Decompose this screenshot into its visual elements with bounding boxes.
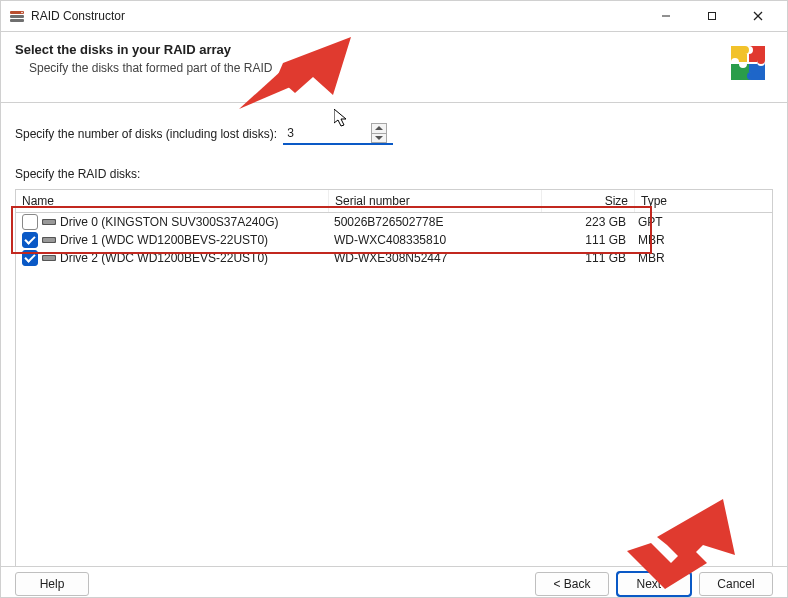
disk-size: 111 GB (540, 233, 632, 247)
svg-marker-8 (375, 126, 383, 130)
col-size[interactable]: Size (542, 190, 635, 212)
disk-type: MBR (632, 233, 704, 247)
disk-icon (42, 217, 56, 227)
svg-point-3 (21, 12, 23, 14)
next-button[interactable]: Next > (617, 572, 691, 596)
window-controls (643, 1, 781, 31)
disk-checkbox[interactable] (22, 250, 38, 266)
help-button[interactable]: Help (15, 572, 89, 596)
page-subtitle: Specify the disks that formed part of th… (29, 61, 725, 75)
num-disks-label: Specify the number of disks (including l… (15, 127, 277, 141)
svg-rect-11 (43, 220, 55, 224)
disk-name: Drive 2 (WDC WD1200BEVS-22UST0) (60, 251, 268, 265)
raid-disks-table: Name Serial number Size Type Drive 0 (KI… (15, 189, 773, 591)
col-name[interactable]: Name (16, 190, 329, 212)
wizard-body: Specify the number of disks (including l… (1, 103, 787, 591)
svg-rect-15 (43, 256, 55, 260)
table-row[interactable]: Drive 0 (KINGSTON SUV300S37A240G)50026B7… (16, 213, 772, 231)
svg-rect-2 (10, 19, 24, 22)
table-row[interactable]: Drive 2 (WDC WD1200BEVS-22UST0)WD-WXE308… (16, 249, 772, 267)
close-button[interactable] (735, 1, 781, 31)
disk-icon (42, 253, 56, 263)
num-disks-input[interactable] (283, 124, 371, 142)
page-title: Select the disks in your RAID array (15, 42, 725, 57)
raid-disks-label: Specify the RAID disks: (15, 167, 773, 181)
maximize-button[interactable] (689, 1, 735, 31)
wizard-footer: Help < Back Next > Cancel (1, 566, 787, 597)
table-header: Name Serial number Size Type (16, 190, 772, 213)
app-icon (9, 8, 25, 24)
minimize-button[interactable] (643, 1, 689, 31)
table-body: Drive 0 (KINGSTON SUV300S37A240G)50026B7… (16, 213, 772, 267)
svg-rect-13 (43, 238, 55, 242)
disk-size: 223 GB (540, 215, 632, 229)
col-serial[interactable]: Serial number (329, 190, 542, 212)
spinner-up-button[interactable] (372, 124, 386, 134)
svg-rect-1 (10, 15, 24, 18)
disk-icon (42, 235, 56, 245)
spinner-buttons[interactable] (371, 123, 387, 143)
cancel-button[interactable]: Cancel (699, 572, 773, 596)
back-button[interactable]: < Back (535, 572, 609, 596)
disk-size: 111 GB (540, 251, 632, 265)
disk-serial: WD-WXE308N52447 (328, 251, 540, 265)
wizard-header: Select the disks in your RAID array Spec… (1, 32, 787, 103)
disk-type: GPT (632, 215, 704, 229)
num-disks-row: Specify the number of disks (including l… (15, 123, 773, 145)
disk-name: Drive 1 (WDC WD1200BEVS-22UST0) (60, 233, 268, 247)
title-bar: RAID Constructor (1, 1, 787, 32)
disk-checkbox[interactable] (22, 232, 38, 248)
puzzle-icon (725, 40, 773, 88)
svg-rect-5 (709, 13, 716, 20)
window-title: RAID Constructor (31, 9, 643, 23)
disk-serial: 50026B726502778E (328, 215, 540, 229)
disk-name: Drive 0 (KINGSTON SUV300S37A240G) (60, 215, 279, 229)
svg-marker-9 (375, 136, 383, 140)
disk-checkbox[interactable] (22, 214, 38, 230)
table-row[interactable]: Drive 1 (WDC WD1200BEVS-22UST0)WD-WXC408… (16, 231, 772, 249)
spinner-down-button[interactable] (372, 134, 386, 143)
num-disks-spinner[interactable] (283, 123, 393, 145)
disk-type: MBR (632, 251, 704, 265)
disk-serial: WD-WXC408335810 (328, 233, 540, 247)
col-type[interactable]: Type (635, 190, 707, 212)
